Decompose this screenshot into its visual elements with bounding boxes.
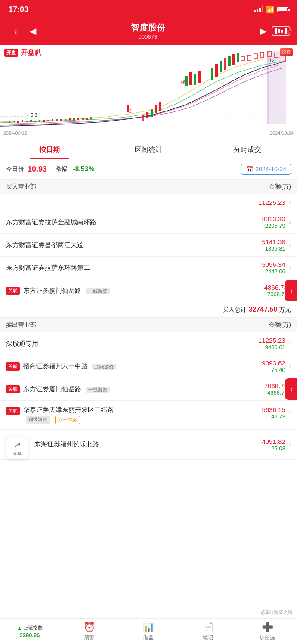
svg-rect-28 (151, 109, 153, 117)
buy-row-4[interactable]: 关联 东方证券厦门仙岳路 一线游资 4866.73 7068.75 ‹ (0, 279, 297, 302)
tab-by-date[interactable]: 按日期 (0, 139, 99, 159)
svg-rect-27 (146, 112, 148, 118)
price-chart: 榜 榜 ←5.3 (0, 49, 297, 128)
sell-row-1-tag: 关联 (6, 362, 20, 371)
buy-row-0-arrow: › (289, 198, 291, 206)
buy-row-1-val1: 8013.30 (262, 215, 285, 223)
svg-rect-45 (241, 56, 244, 61)
stock-code: 000676 (41, 34, 254, 40)
svg-rect-47 (254, 54, 257, 59)
svg-rect-30 (159, 102, 161, 111)
svg-rect-22 (86, 118, 88, 120)
change-label: 涨幅 (56, 165, 68, 173)
svg-rect-43 (267, 51, 269, 124)
chart-date-right: 2024/10/24 (270, 130, 294, 136)
buy-total-label: 买入总计 (223, 306, 247, 313)
sell-row-3-values: 5636.15 42.73 (262, 406, 285, 420)
share-icon: ↗ (14, 440, 21, 450)
header-title: 智度股份 000676 (41, 22, 254, 40)
svg-rect-9 (30, 120, 32, 122)
buy-row-2-val1: 5141.36 (262, 238, 285, 245)
svg-rect-37 (215, 64, 218, 77)
buy-row-1-val2: 2205.79 (262, 223, 285, 229)
buy-row-2-name: 东方财富证券昌都两江大道 (6, 241, 262, 249)
sell-row-0-arrow: › (289, 340, 291, 347)
svg-rect-4 (9, 121, 10, 123)
sell-row-4[interactable]: ↗ 分享 东海证券福州长乐北路 4051.82 25.03 › (0, 430, 297, 460)
svg-rect-33 (189, 72, 192, 85)
buy-row-4-tag: 关联 (6, 287, 20, 295)
svg-rect-46 (248, 55, 251, 60)
svg-rect-7 (22, 120, 23, 122)
buy-side-expand-button[interactable]: ‹ (285, 280, 297, 301)
sell-row-3[interactable]: 关联 华泰证券天津东丽开发区二纬路 顶级游资 六一中路 5636.15 42.7… (0, 401, 297, 430)
buy-row-4-values: 4866.73 7068.75 (264, 284, 288, 297)
svg-rect-21 (82, 118, 84, 120)
prev-stock-button[interactable]: ◀ (24, 26, 41, 36)
buy-row-4-val1: 4866.73 (264, 284, 288, 291)
chart-date-left: 2024/08/12 (3, 130, 27, 136)
buy-row-1-arrow: › (289, 218, 291, 226)
svg-rect-11 (39, 120, 40, 122)
svg-rect-38 (220, 61, 222, 72)
svg-rect-18 (69, 118, 71, 120)
svg-rect-40 (228, 56, 231, 66)
date-value: 2024-10-24 (255, 166, 286, 173)
sell-row-1-name: 招商证券福州六一中路 顶级游资 (23, 362, 262, 371)
share-button[interactable]: ↗ 分享 (6, 437, 28, 459)
buy-row-2-values: 5141.36 1395.81 (262, 238, 285, 252)
buy-row-1-name: 东方财富证券拉萨金融城南环路 (6, 218, 262, 226)
buy-total-row: 买入总计 32747.50 万元 (0, 302, 297, 318)
svg-rect-20 (77, 118, 79, 120)
tab-interval[interactable]: 区间统计 (99, 139, 198, 159)
svg-text:←5.3: ←5.3 (26, 112, 37, 118)
svg-text:榜: 榜 (181, 80, 186, 85)
wifi-icon: 📶 (266, 6, 275, 14)
buy-row-3-arrow: › (289, 264, 291, 272)
buy-row-0-values: 11225.23 (258, 199, 285, 206)
chart-type-button[interactable]: 📌 (272, 26, 290, 36)
svg-rect-6 (17, 121, 19, 123)
buy-row-3[interactable]: 东方财富证券拉萨东环路第二 5096.34 2442.06 › (0, 257, 297, 279)
sell-row-4-val1: 4051.82 (262, 438, 285, 445)
buy-row-4-badge: 一线游资 (86, 288, 110, 294)
sell-row-3-badge-top: 顶级游资 (26, 416, 50, 424)
header: ‹ ◀ 智度股份 000676 ▶ 📌 (0, 19, 297, 45)
sell-row-3-arrow: › (289, 408, 291, 415)
sell-row-0-values: 11225.23 9486.61 (258, 337, 285, 350)
buy-row-4-name: 东方证券厦门仙岳路 一线游资 (23, 287, 264, 295)
tab-time-trade[interactable]: 分时成交 (198, 139, 297, 159)
buy-row-1[interactable]: 东方财富证券拉萨金融城南环路 8013.30 2205.79 › (0, 211, 297, 234)
buy-row-2[interactable]: 东方财富证券昌都两江大道 5141.36 1395.81 › (0, 234, 297, 257)
sell-row-0[interactable]: 深股通专用 11225.23 9486.61 › (0, 332, 297, 355)
sell-row-4-arrow: › (289, 441, 291, 449)
svg-rect-8 (26, 121, 28, 122)
buy-section-header: 买入营业部 金额(万) (0, 180, 297, 194)
sell-row-0-val1: 11225.23 (258, 337, 285, 344)
svg-rect-42 (237, 53, 239, 62)
sell-row-2[interactable]: 关联 东方证券厦门仙岳路 一线游资 7068.75 4866.73 ‹ (0, 378, 297, 401)
svg-rect-16 (60, 119, 62, 121)
svg-rect-29 (155, 105, 157, 113)
sell-row-3-val1: 5636.15 (262, 406, 285, 413)
content-area: 买入营业部 金额(万) 11225.23 › 东方财富证券拉萨金融城南环路 80… (0, 180, 297, 490)
svg-rect-14 (52, 119, 53, 121)
buy-row-0[interactable]: 11225.23 › (0, 194, 297, 211)
sell-side-expand-button[interactable]: ‹ (285, 378, 297, 400)
sell-section-header: 卖出营业部 金额(万) (0, 318, 297, 332)
sell-row-1-values: 9093.62 75.40 (262, 359, 285, 373)
back-button[interactable]: ‹ (7, 26, 24, 36)
next-stock-button[interactable]: ▶ (254, 26, 272, 36)
svg-rect-17 (65, 119, 66, 121)
sell-row-1-arrow: › (289, 362, 291, 370)
svg-rect-41 (232, 54, 235, 65)
pin-icon: 📌 (285, 28, 287, 34)
sell-row-1[interactable]: 关联 招商证券福州六一中路 顶级游资 9093.62 75.40 › (0, 355, 297, 378)
status-time: 17:03 (9, 5, 28, 14)
date-picker[interactable]: 📅 2024-10-24 (241, 164, 291, 175)
buy-total-value: 32747.50 (248, 306, 277, 313)
sell-row-2-tag: 关联 (6, 385, 20, 393)
share-label: 分享 (13, 451, 22, 457)
svg-rect-39 (224, 58, 226, 70)
buy-row-3-val1: 5096.34 (262, 261, 285, 268)
